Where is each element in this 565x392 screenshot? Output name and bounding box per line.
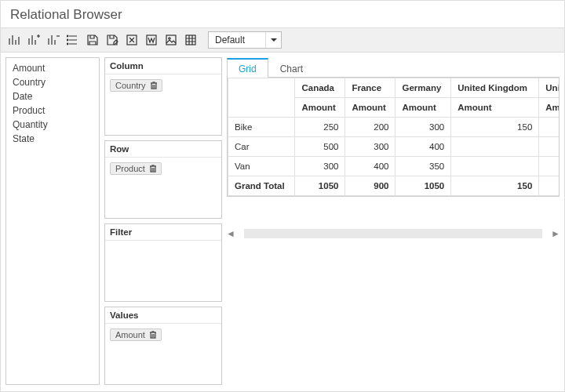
cell: 650 xyxy=(539,137,560,157)
col-header[interactable]: United Kingdom xyxy=(451,78,539,98)
pill-amount[interactable]: Amount xyxy=(110,328,162,341)
zone-row-header: Row xyxy=(105,141,221,158)
cell xyxy=(451,157,539,176)
cell: 400 xyxy=(396,137,451,157)
zone-column-header: Column xyxy=(105,58,221,74)
cell: 300 xyxy=(396,118,451,137)
table-row: Bike 250 200 300 150 300 xyxy=(228,118,560,137)
svg-point-2 xyxy=(67,43,68,45)
field-item[interactable]: Quantity xyxy=(13,118,93,132)
total-cell: 1450 xyxy=(539,176,560,196)
tab-grid[interactable]: Grid xyxy=(227,58,268,78)
col-header[interactable]: United States xyxy=(539,78,560,98)
tab-chart[interactable]: Chart xyxy=(268,59,315,78)
save-as-icon[interactable] xyxy=(104,31,121,49)
grand-total-row: Grand Total 1050 900 1050 150 1450 xyxy=(228,176,560,196)
table-row: Car 500 300 400 650 xyxy=(228,137,560,157)
grand-total-label: Grand Total xyxy=(228,176,295,196)
measure-header: Amount xyxy=(295,98,345,118)
scroll-track[interactable] xyxy=(244,229,542,238)
scroll-right-icon[interactable]: ► xyxy=(552,230,560,238)
settings-grid-icon[interactable] xyxy=(182,31,199,49)
field-item[interactable]: Amount xyxy=(13,61,93,75)
total-cell: 150 xyxy=(451,176,539,196)
report-dropdown-value: Default xyxy=(209,34,265,45)
bar-chart-icon[interactable] xyxy=(5,31,23,49)
zone-column[interactable]: Column Country xyxy=(104,57,222,136)
pill-label: Amount xyxy=(115,330,145,339)
export-word-icon[interactable] xyxy=(143,31,160,49)
cell: 300 xyxy=(539,118,560,137)
zone-row[interactable]: Row Product xyxy=(104,140,222,219)
zone-values-header: Values xyxy=(105,307,221,324)
total-cell: 1050 xyxy=(295,176,345,196)
svg-rect-5 xyxy=(166,35,176,45)
pivot-grid[interactable]: Canada France Germany United Kingdom Uni… xyxy=(227,78,560,197)
field-item[interactable]: Country xyxy=(13,75,93,89)
chevron-down-icon[interactable] xyxy=(265,32,281,48)
cell xyxy=(451,137,539,157)
pill-label: Country xyxy=(115,81,146,90)
field-list: Amount Country Date Product Quantity Sta… xyxy=(5,57,100,385)
measure-header: Amount xyxy=(539,98,560,118)
measure-header: Amount xyxy=(345,98,396,118)
field-item[interactable]: Date xyxy=(13,89,93,103)
page-title: Relational Browser xyxy=(1,1,564,27)
row-header[interactable]: Van xyxy=(228,157,295,176)
total-cell: 1050 xyxy=(396,176,451,196)
zone-filter[interactable]: Filter xyxy=(104,223,222,302)
measure-header: Amount xyxy=(451,98,539,118)
scroll-left-icon[interactable]: ◄ xyxy=(227,230,235,238)
svg-point-0 xyxy=(67,35,68,37)
cell: 500 xyxy=(295,137,345,157)
export-image-icon[interactable] xyxy=(162,31,180,49)
tab-strip: Grid Chart xyxy=(227,57,560,78)
cell: 500 xyxy=(539,157,560,176)
cell: 250 xyxy=(295,118,345,137)
delete-icon[interactable] xyxy=(148,164,158,173)
pill-country[interactable]: Country xyxy=(110,79,162,92)
measure-header: Amount xyxy=(396,98,451,118)
toolbar: Default xyxy=(1,27,564,53)
svg-rect-4 xyxy=(147,35,156,45)
delete-icon[interactable] xyxy=(149,81,159,90)
field-item[interactable]: Product xyxy=(13,103,93,118)
main-area: Grid Chart Canada France Germany United … xyxy=(227,57,560,385)
table-row: Van 300 400 350 500 xyxy=(228,157,560,176)
list-icon[interactable] xyxy=(64,31,82,49)
corner-cell xyxy=(228,78,295,118)
cell: 150 xyxy=(451,118,539,137)
delete-icon[interactable] xyxy=(148,330,158,339)
cell: 300 xyxy=(345,137,396,157)
cell: 200 xyxy=(345,118,396,137)
bar-chart-add-icon[interactable] xyxy=(25,31,42,49)
pill-label: Product xyxy=(115,164,145,173)
svg-point-1 xyxy=(67,39,68,41)
pill-product[interactable]: Product xyxy=(110,162,162,175)
export-excel-icon[interactable] xyxy=(123,31,140,49)
zone-values[interactable]: Values Amount xyxy=(104,307,222,385)
row-header[interactable]: Bike xyxy=(228,118,295,137)
report-dropdown[interactable]: Default xyxy=(208,31,282,49)
drop-zones: Column Country Row Product Filter Value xyxy=(104,57,222,385)
field-item[interactable]: State xyxy=(13,132,93,146)
row-header[interactable]: Car xyxy=(228,137,295,157)
save-icon[interactable] xyxy=(84,31,101,49)
total-cell: 900 xyxy=(345,176,396,196)
cell: 400 xyxy=(345,157,396,176)
cell: 300 xyxy=(295,157,345,176)
col-header[interactable]: Canada xyxy=(295,78,345,98)
col-header[interactable]: France xyxy=(345,78,396,98)
zone-filter-header: Filter xyxy=(105,224,221,241)
bar-chart-remove-icon[interactable] xyxy=(45,31,62,49)
col-header[interactable]: Germany xyxy=(396,78,451,98)
svg-point-6 xyxy=(169,38,170,39)
svg-rect-7 xyxy=(186,35,195,45)
cell: 350 xyxy=(396,157,451,176)
horizontal-scrollbar[interactable]: ◄ ► xyxy=(227,228,560,239)
